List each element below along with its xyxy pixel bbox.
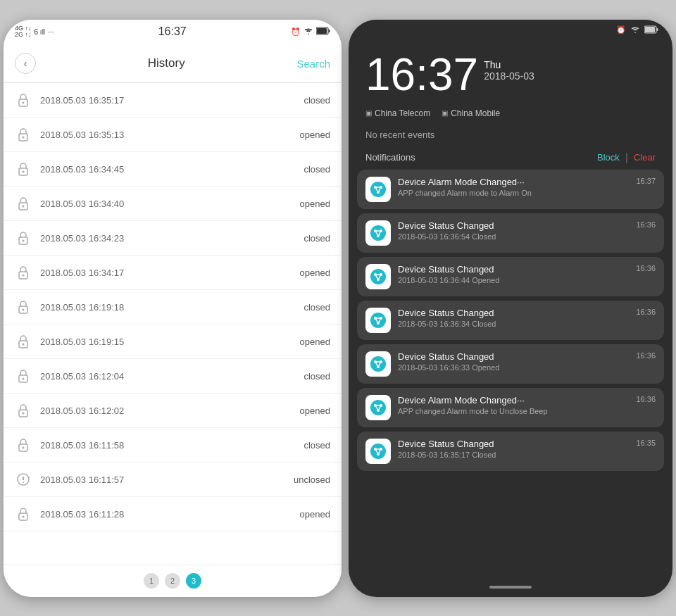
notif-title: Device Alarm Mode Changed··· [398,177,630,187]
svg-point-33 [370,182,386,197]
back-icon: ‹ [24,58,27,69]
status-time: 16:37 [158,25,187,38]
history-item: 2018.05.03 16:11:28opened [4,497,342,532]
notif-time: 16:36 [636,395,656,403]
history-status: unclosed [294,474,330,485]
history-item: 2018.05.03 16:34:45closed [4,152,342,187]
page-title: History [148,56,185,70]
notif-title-row: Device Status Changed16:35 [398,439,656,449]
lock-icon [15,402,32,419]
svg-point-18 [23,344,25,346]
lock-icon [15,230,32,246]
history-time: 2018.05.03 16:34:23 [40,233,295,244]
notification-item: Device Alarm Mode Changed···16:36APP cha… [357,388,664,427]
history-status: closed [303,233,330,244]
svg-point-75 [370,444,386,459]
svg-point-22 [23,413,25,415]
carrier-china-mobile: ▣ China Mobile [442,108,500,118]
history-time: 2018.05.03 16:34:45 [40,164,295,175]
notifications-list: Device Alarm Mode Changed···16:37APP cha… [349,170,672,577]
search-button[interactable]: Search [296,58,330,70]
svg-rect-31 [657,28,658,31]
clear-button[interactable]: Clear [634,152,656,163]
notif-title: Device Status Changed [398,439,630,449]
history-item: 2018.05.03 16:35:17closed [4,83,342,118]
no-events-label: No recent events [349,124,672,146]
page-dot-2[interactable]: 2 [165,573,180,589]
history-list: 2018.05.03 16:35:17closed 2018.05.03 16:… [4,83,342,563]
history-time: 2018.05.03 16:19:18 [40,302,295,313]
lock-time-section: 16:37 Thu 2018-05-03 [349,41,672,103]
lock-icon [15,264,32,281]
svg-point-6 [23,137,25,139]
home-indicator [349,577,672,597]
carrier-mobile-label: China Mobile [451,108,500,118]
svg-point-4 [23,102,25,104]
home-bar [489,586,532,589]
svg-point-40 [370,225,386,241]
right-status-bar: ⏰ [349,20,672,41]
signal-icons: 4G ↑↓2G ↑↓ 6 ıll ··· [15,25,54,39]
more-icon: ··· [48,28,54,36]
right-battery-icon [644,25,658,35]
history-status: opened [300,268,330,278]
notif-title: Device Status Changed [398,220,630,231]
notification-content: Device Status Changed16:362018-05-03 16:… [398,308,656,328]
svg-point-12 [23,240,25,242]
bars-signal: 6 ıll [35,28,46,36]
history-time: 2018.05.03 16:34:40 [40,199,292,209]
notif-title: Device Status Changed [398,264,630,275]
notification-item: Device Status Changed16:362018-05-03 16:… [357,301,664,340]
history-status: opened [300,130,330,140]
notif-body: APP changed Alarm mode to Unclose Beep [398,407,656,415]
alarm-icon: ⏰ [291,27,301,37]
history-time: 2018.05.03 16:35:17 [40,95,295,106]
notification-content: Device Status Changed16:362018-05-03 16:… [398,264,656,284]
lock-time: 16:37 [365,52,478,97]
history-time: 2018.05.03 16:12:04 [40,371,295,382]
svg-point-24 [23,447,25,449]
app-icon [365,220,391,246]
app-icon [365,439,391,464]
right-phone: ⏰ 16:37 Thu 2018-05-03 ▣ China Telecom [349,20,672,597]
history-time: 2018.05.03 16:11:57 [40,474,285,485]
history-status: opened [300,509,330,520]
page-dot-3[interactable]: 3 [186,573,201,589]
app-icon [365,177,391,202]
history-status: opened [300,337,330,347]
notification-item: Device Status Changed16:362018-05-03 16:… [357,257,664,296]
svg-point-47 [370,269,386,284]
history-time: 2018.05.03 16:19:15 [40,337,292,347]
app-icon [365,351,391,377]
notification-content: Device Alarm Mode Changed···16:37APP cha… [398,177,656,197]
notifications-label: Notifications [365,152,415,163]
history-item: 2018.05.03 16:12:04closed [4,359,342,394]
battery-icon [316,27,330,37]
block-button[interactable]: Block [597,152,620,163]
page-dot-1[interactable]: 1 [144,573,159,589]
history-status: closed [303,95,330,106]
notification-content: Device Alarm Mode Changed···16:36APP cha… [398,395,656,415]
carrier-china-telecom: ▣ China Telecom [365,108,430,118]
svg-point-68 [370,400,386,415]
svg-point-14 [23,275,25,277]
status-icons: ⏰ [291,27,330,37]
lock-date: 2018-05-03 [484,70,534,82]
4g-signal: 4G ↑↓2G ↑↓ [15,25,32,39]
svg-rect-1 [329,30,330,32]
back-button[interactable]: ‹ [15,53,36,74]
history-status: closed [303,440,330,451]
notif-time: 16:36 [636,351,656,360]
notif-body: 2018-05-03 16:36:34 Closed [398,320,656,328]
svg-rect-32 [645,27,655,32]
notif-title: Device Status Changed [398,351,630,362]
notif-body: 2018-05-03 16:36:44 Opened [398,276,656,284]
notif-title-row: Device Status Changed16:36 [398,264,656,275]
wifi-icon [303,27,313,36]
notification-item: Device Status Changed16:352018-05-03 16:… [357,432,664,471]
app-icon [365,395,391,420]
history-time: 2018.05.03 16:35:13 [40,130,292,140]
nav-bar: ‹ History Search [4,44,342,83]
history-item: 2018.05.03 16:19:15opened [4,325,342,359]
notif-time: 16:35 [636,439,656,447]
